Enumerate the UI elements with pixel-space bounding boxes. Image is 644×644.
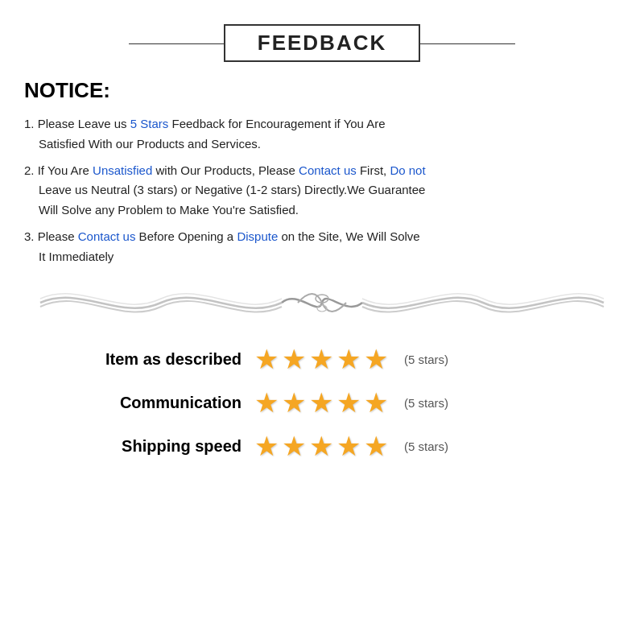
star-3: ★ — [309, 386, 333, 419]
stars-item: ★ ★ ★ ★ ★ — [254, 343, 388, 375]
star-1: ★ — [254, 430, 279, 462]
rating-row-communication: Communication ★ ★ ★ ★ ★ (5 stars) — [56, 386, 620, 419]
star-3: ★ — [309, 343, 333, 375]
notice-list: 1. Please Leave us 5 Stars Feedback for … — [24, 114, 620, 266]
notice-item-3: 3. Please Contact us Before Opening a Di… — [24, 227, 620, 267]
contact-us-2: Contact us — [78, 229, 136, 243]
star-3: ★ — [309, 430, 333, 462]
star-2: ★ — [282, 430, 306, 462]
notice-item-2-cont2: Will Solve any Problem to Make You're Sa… — [24, 200, 620, 221]
5-stars-highlight: 5 Stars — [130, 117, 169, 130]
notice-item-1: 1. Please Leave us 5 Stars Feedback for … — [24, 114, 620, 155]
notice-item-1-number: 1. — [24, 117, 35, 130]
rating-row-item-as-described: Item as described ★ ★ ★ ★ ★ (5 stars) — [56, 343, 620, 375]
star-5: ★ — [364, 386, 388, 419]
star-count-item: (5 stars) — [404, 353, 448, 366]
star-2: ★ — [282, 386, 306, 419]
star-5: ★ — [364, 343, 388, 375]
stars-shipping: ★ ★ ★ ★ ★ — [254, 430, 388, 462]
notice-item-3-text: Please Contact us Before Opening a Dispu… — [38, 229, 420, 243]
divider-svg — [32, 281, 612, 325]
ratings-section: Item as described ★ ★ ★ ★ ★ (5 stars) Co… — [24, 343, 620, 462]
notice-item-2: 2. If You Are Unsatisfied with Our Produ… — [24, 161, 620, 221]
feedback-header: FEEDBACK — [24, 24, 620, 62]
star-4: ★ — [336, 386, 361, 419]
notice-item-2-number: 2. — [24, 163, 35, 177]
rating-label-communication: Communication — [56, 394, 242, 412]
star-4: ★ — [336, 430, 361, 462]
notice-item-1-cont: Satisfied With our Products and Services… — [24, 134, 620, 155]
star-count-shipping: (5 stars) — [404, 440, 448, 453]
unsatisfied-highlight: Unsatisfied — [93, 163, 152, 177]
stars-communication: ★ ★ ★ ★ ★ — [254, 386, 388, 419]
dispute-highlight: Dispute — [237, 229, 278, 243]
star-1: ★ — [254, 386, 279, 419]
star-5: ★ — [364, 430, 388, 462]
star-4: ★ — [336, 343, 361, 375]
notice-item-3-number: 3. — [24, 229, 35, 243]
feedback-title: FEEDBACK — [258, 31, 386, 55]
rating-row-shipping: Shipping speed ★ ★ ★ ★ ★ (5 stars) — [56, 430, 620, 462]
contact-us-1: Contact us — [299, 163, 357, 177]
notice-item-1-text: Please Leave us 5 Stars Feedback for Enc… — [38, 117, 386, 130]
page: FEEDBACK NOTICE: 1. Please Leave us 5 St… — [0, 0, 644, 644]
star-1: ★ — [254, 343, 279, 375]
feedback-box: FEEDBACK — [224, 24, 420, 62]
rating-label-shipping: Shipping speed — [56, 437, 242, 456]
do-not-highlight: Do not — [390, 163, 425, 177]
notice-title: NOTICE: — [24, 78, 620, 103]
rating-label-item: Item as described — [56, 350, 242, 369]
notice-item-2-cont: Leave us Neutral (3 stars) or Negative (… — [24, 180, 620, 200]
notice-item-2-text: If You Are Unsatisfied with Our Products… — [38, 163, 426, 177]
decorative-divider — [24, 281, 620, 325]
notice-item-3-cont: It Immediately — [24, 247, 620, 267]
star-2: ★ — [282, 343, 306, 375]
star-count-communication: (5 stars) — [404, 396, 448, 410]
